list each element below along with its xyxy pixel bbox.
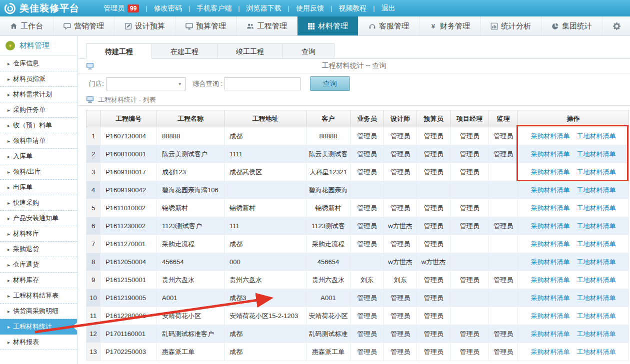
nav-item-design-budget[interactable]: 设计预算 <box>114 16 176 35</box>
site-material-list-link[interactable]: 工地材料清单 <box>577 204 616 212</box>
project-code-cell: P1611270001 <box>100 235 157 253</box>
site-material-list-link[interactable]: 工地材料清单 <box>577 330 616 338</box>
site-material-list-link[interactable]: 工地材料清单 <box>577 150 616 158</box>
sidebar-item-12[interactable]: ▸材料移库 <box>0 226 77 242</box>
sidebar-item-15[interactable]: ▸材料库存 <box>0 273 77 288</box>
notification-badge[interactable]: 99 <box>128 4 139 12</box>
project-code-cell: P1612190005 <box>100 289 157 307</box>
site-material-list-link[interactable]: 工地材料清单 <box>577 222 616 230</box>
sidebar-item-4[interactable]: ▸采购任务单 <box>0 102 77 118</box>
column-header: 工程编号 <box>100 110 157 127</box>
search-button[interactable]: 查询 <box>310 76 350 91</box>
table-row: 4P1609190042碧海花园亲海湾106碧海花园亲海采购材料清单工地材料清单 <box>86 181 629 199</box>
estimator-cell: 管理员 <box>417 145 450 163</box>
project-name-cell: 贵州六盘水 <box>157 271 224 289</box>
nav-item-group-statistics[interactable]: 集团统计 <box>542 16 602 35</box>
sidebar-title: 材料管理 <box>20 41 50 50</box>
purchase-material-list-link[interactable]: 采购材料清单 <box>531 168 570 176</box>
nav-item-finance[interactable]: ¥财务管理 <box>420 16 480 35</box>
project-code-cell: P1612280006 <box>100 307 157 325</box>
project-manager-cell: 管理员 <box>450 199 489 217</box>
sidebar-item-label: 领料申请单 <box>13 137 46 144</box>
topbar-link-4[interactable]: 使用反馈 <box>296 4 324 13</box>
tab-in-construction[interactable]: 在建工程 <box>152 43 218 59</box>
site-material-list-link[interactable]: 工地材料清单 <box>577 258 616 266</box>
purchase-material-list-link[interactable]: 采购材料清单 <box>531 186 570 194</box>
tab-query[interactable]: 查询 <box>282 43 334 59</box>
home-icon <box>10 22 18 30</box>
topbar-link-6[interactable]: 退出 <box>382 4 396 13</box>
customer-cell: A001 <box>306 289 350 307</box>
operations-cell: 采购材料清单工地材料清单 <box>518 145 629 163</box>
topbar-link-1[interactable]: 修改密码 <box>154 4 182 13</box>
site-material-list-link[interactable]: 工地材料清单 <box>577 276 616 284</box>
row-number-cell: 13 <box>86 343 100 361</box>
purchase-material-list-link[interactable]: 采购材料清单 <box>531 204 570 212</box>
site-material-list-link[interactable]: 工地材料清单 <box>577 132 616 140</box>
sidebar-item-16[interactable]: ▸工程材料结算表 <box>0 288 77 304</box>
nav-item-project-management[interactable]: 工程管理 <box>236 16 298 35</box>
sidebar-item-11[interactable]: ▸产品安装通知单 <box>0 211 77 226</box>
tab-completed-projects[interactable]: 竣工工程 <box>217 43 283 59</box>
sidebar-item-13[interactable]: ▸采购退货 <box>0 242 77 257</box>
purchase-material-list-link[interactable]: 采购材料清单 <box>531 294 570 302</box>
project-address-cell: 贵州六盘水 <box>224 271 306 289</box>
purchase-material-list-link[interactable]: 采购材料清单 <box>531 132 570 140</box>
sidebar-item-label: 领料/出库 <box>13 168 41 175</box>
topbar-link-5[interactable]: 视频教程 <box>338 4 366 13</box>
sidebar-item-18[interactable]: ▸工程材料统计 <box>0 319 77 335</box>
sidebar-item-6[interactable]: ▸领料申请单 <box>0 133 77 149</box>
topbar-link-2[interactable]: 手机客户端 <box>196 4 232 13</box>
separator: | <box>330 4 332 12</box>
nav-item-material-management[interactable]: 材料管理 <box>298 16 358 35</box>
purchase-material-list-link[interactable]: 采购材料清单 <box>531 222 570 230</box>
grid-icon <box>308 22 315 30</box>
tab-pending-projects[interactable]: 待建工程 <box>86 43 152 59</box>
sidebar-item-label: 采购任务单 <box>13 106 46 113</box>
site-material-list-link[interactable]: 工地材料清单 <box>577 186 616 194</box>
nav-item-workbench[interactable]: 工作台 <box>0 16 54 35</box>
nav-item-marketing[interactable]: 营销管理 <box>54 16 114 35</box>
sidebar-item-8[interactable]: ▸领料/出库 <box>0 164 77 180</box>
sidebar-item-19[interactable]: ▸材料报表 <box>0 335 77 350</box>
user-menu[interactable]: 管理员 99 <box>104 4 139 13</box>
purchase-material-list-link[interactable]: 采购材料清单 <box>531 348 570 356</box>
site-material-list-link[interactable]: 工地材料清单 <box>577 294 616 302</box>
sidebar-item-9[interactable]: ▸出库单 <box>0 180 77 195</box>
column-header: 操作 <box>518 110 629 127</box>
purchase-material-list-link[interactable]: 采购材料清单 <box>531 240 570 248</box>
store-select[interactable]: ▼ <box>106 77 186 90</box>
purchase-material-list-link[interactable]: 采购材料清单 <box>531 276 570 284</box>
sidebar-item-3[interactable]: ▸材料需求计划 <box>0 87 77 102</box>
nav-item-statistics[interactable]: 统计分析 <box>480 16 542 35</box>
nav-item-customer-service[interactable]: 客服管理 <box>358 16 420 35</box>
triangle-bullet-icon: ▸ <box>8 231 10 237</box>
column-header: 预算员 <box>417 110 450 127</box>
sidebar-item-17[interactable]: ▸供货商采购明细 <box>0 304 77 319</box>
purchase-material-list-link[interactable]: 采购材料清单 <box>531 150 570 158</box>
site-material-list-link[interactable]: 工地材料清单 <box>577 312 616 320</box>
sidebar: ▼ 材料管理 ▸仓库信息▸材料员指派▸材料需求计划▸采购任务单▸收（预）料单▸领… <box>0 36 78 364</box>
purchase-material-list-link[interactable]: 采购材料清单 <box>531 258 570 266</box>
combined-query-input[interactable] <box>224 77 300 90</box>
customer-cell: 贵州六盘水 <box>306 271 350 289</box>
salesman-cell: 管理员 <box>350 163 384 181</box>
site-material-list-link[interactable]: 工地材料清单 <box>577 348 616 356</box>
sidebar-header[interactable]: ▼ 材料管理 <box>0 36 77 56</box>
site-material-list-link[interactable]: 工地材料清单 <box>577 240 616 248</box>
nav-item-budget-management[interactable]: 预算管理 <box>176 16 236 35</box>
estimator-cell: 管理员 <box>417 199 450 217</box>
site-material-list-link[interactable]: 工地材料清单 <box>577 168 616 176</box>
table-row: 5P1611010002锦绣新村锦绣新村锦绣新村管理员管理员管理员管理员采购材料… <box>86 199 629 217</box>
sidebar-item-10[interactable]: ▸快速采购 <box>0 195 77 211</box>
sidebar-item-1[interactable]: ▸仓库信息 <box>0 56 77 71</box>
sidebar-item-7[interactable]: ▸入库单 <box>0 149 77 164</box>
purchase-material-list-link[interactable]: 采购材料清单 <box>531 330 570 338</box>
purchase-material-list-link[interactable]: 采购材料清单 <box>531 312 570 320</box>
sidebar-item-14[interactable]: ▸仓库退货 <box>0 257 77 273</box>
sidebar-item-2[interactable]: ▸材料员指派 <box>0 71 77 87</box>
salesman-cell: 管理员 <box>350 289 384 307</box>
topbar-link-3[interactable]: 浏览器下载 <box>246 4 282 13</box>
sidebar-item-5[interactable]: ▸收（预）料单 <box>0 118 77 133</box>
settings-gear-icon[interactable] <box>604 16 630 35</box>
